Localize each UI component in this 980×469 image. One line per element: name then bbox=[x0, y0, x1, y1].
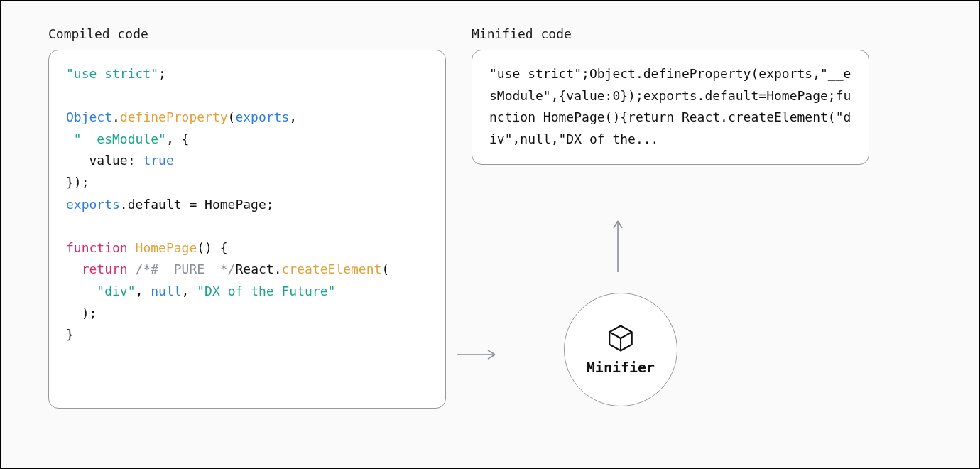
arrow-right-icon bbox=[455, 347, 501, 362]
minified-code-box: "use strict";Object.defineProperty(expor… bbox=[472, 50, 869, 165]
column-minified: Minified code "use strict";Object.define… bbox=[472, 26, 932, 165]
minified-label: Minified code bbox=[472, 26, 932, 41]
compiled-code-box: "use strict"; Object.defineProperty(expo… bbox=[48, 50, 446, 409]
column-compiled: Compiled code "use strict"; Object.defin… bbox=[48, 26, 446, 409]
columns: Compiled code "use strict"; Object.defin… bbox=[48, 26, 932, 439]
minifier-label: Minifier bbox=[587, 359, 655, 376]
minifier-node: Minifier bbox=[564, 293, 677, 406]
arrow-up-icon bbox=[611, 217, 625, 274]
compiled-label: Compiled code bbox=[48, 26, 446, 41]
cube-icon bbox=[606, 323, 636, 353]
diagram-frame: Compiled code "use strict"; Object.defin… bbox=[0, 0, 980, 469]
